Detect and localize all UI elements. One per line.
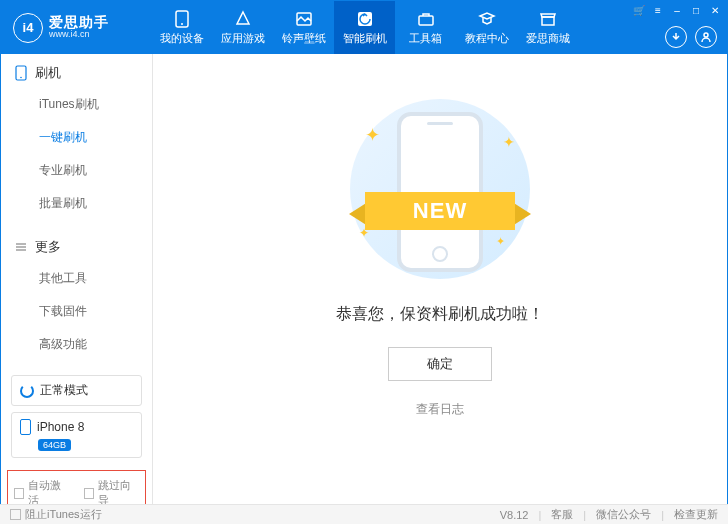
checkbox-icon — [84, 488, 94, 499]
nav-store[interactable]: 爱思商城 — [517, 1, 578, 54]
phone-icon — [15, 65, 27, 81]
logo-area: i4 爱思助手 www.i4.cn — [1, 13, 151, 43]
sidebar-item-other-tools[interactable]: 其他工具 — [1, 262, 152, 295]
logo-icon: i4 — [13, 13, 43, 43]
checkbox-block-itunes[interactable]: 阻止iTunes运行 — [10, 507, 102, 522]
nav-tutorial[interactable]: 教程中心 — [456, 1, 517, 54]
svg-rect-5 — [542, 17, 554, 25]
main-content: ✦ ✦ ✦ ✦ NEW 恭喜您，保资料刷机成功啦！ 确定 查看日志 — [153, 54, 727, 505]
sidebar-item-itunes-flash[interactable]: iTunes刷机 — [1, 88, 152, 121]
device-icon — [173, 10, 191, 28]
checkbox-icon — [10, 509, 21, 520]
nav-label: 爱思商城 — [526, 31, 570, 46]
user-button[interactable] — [695, 26, 717, 48]
star-icon: ✦ — [365, 124, 380, 146]
mode-status[interactable]: 正常模式 — [11, 375, 142, 406]
sidebar: 刷机 iTunes刷机 一键刷机 专业刷机 批量刷机 更多 其他工具 下载固件 … — [1, 54, 153, 505]
window-controls: 🛒 ≡ – □ ✕ — [633, 5, 721, 16]
phone-icon — [20, 419, 31, 435]
check-label: 阻止iTunes运行 — [25, 507, 102, 522]
svg-point-6 — [704, 33, 708, 37]
top-nav: 我的设备 应用游戏 铃声壁纸 智能刷机 工具箱 教程中心 爱思商城 — [151, 1, 578, 54]
footer-link-wechat[interactable]: 微信公众号 — [596, 507, 651, 522]
menu-icon[interactable]: ≡ — [652, 5, 664, 16]
sidebar-item-download-firmware[interactable]: 下载固件 — [1, 295, 152, 328]
nav-label: 铃声壁纸 — [282, 31, 326, 46]
sidebar-section-flash: 刷机 — [1, 54, 152, 88]
device-name: iPhone 8 — [37, 420, 84, 434]
app-url: www.i4.cn — [49, 30, 109, 40]
footer-link-update[interactable]: 检查更新 — [674, 507, 718, 522]
nav-apps[interactable]: 应用游戏 — [212, 1, 273, 54]
sidebar-item-oneclick-flash[interactable]: 一键刷机 — [1, 121, 152, 154]
star-icon: ✦ — [503, 134, 515, 150]
svg-point-8 — [20, 77, 22, 79]
nav-my-device[interactable]: 我的设备 — [151, 1, 212, 54]
nav-label: 工具箱 — [409, 31, 442, 46]
sidebar-section-more: 更多 — [1, 228, 152, 262]
maximize-icon[interactable]: □ — [690, 5, 702, 16]
version-label: V8.12 — [500, 509, 529, 521]
status-bar: 阻止iTunes运行 V8.12 | 客服 | 微信公众号 | 检查更新 — [0, 504, 728, 524]
storage-badge: 64GB — [38, 439, 71, 451]
more-icon — [15, 241, 27, 253]
checkbox-icon — [14, 488, 24, 499]
success-message: 恭喜您，保资料刷机成功啦！ — [336, 304, 544, 325]
download-button[interactable] — [665, 26, 687, 48]
minimize-icon[interactable]: – — [671, 5, 683, 16]
cart-icon[interactable]: 🛒 — [633, 5, 645, 16]
nav-label: 教程中心 — [465, 31, 509, 46]
view-log-link[interactable]: 查看日志 — [416, 401, 464, 418]
close-icon[interactable]: ✕ — [709, 5, 721, 16]
success-illustration: ✦ ✦ ✦ ✦ NEW — [345, 94, 535, 284]
store-icon — [539, 10, 557, 28]
nav-label: 智能刷机 — [343, 31, 387, 46]
svg-rect-4 — [419, 16, 433, 25]
wallpaper-icon — [295, 10, 313, 28]
section-title: 更多 — [35, 238, 61, 256]
toolbox-icon — [417, 10, 435, 28]
nav-label: 应用游戏 — [221, 31, 265, 46]
tutorial-icon — [478, 10, 496, 28]
nav-ringtones[interactable]: 铃声壁纸 — [273, 1, 334, 54]
nav-toolbox[interactable]: 工具箱 — [395, 1, 456, 54]
flash-icon — [356, 10, 374, 28]
svg-point-1 — [181, 23, 183, 25]
new-ribbon: NEW — [345, 186, 535, 240]
spinner-icon — [20, 384, 34, 398]
mode-label: 正常模式 — [40, 382, 88, 399]
sidebar-item-batch-flash[interactable]: 批量刷机 — [1, 187, 152, 220]
sidebar-item-pro-flash[interactable]: 专业刷机 — [1, 154, 152, 187]
nav-flash[interactable]: 智能刷机 — [334, 1, 395, 54]
app-header: i4 爱思助手 www.i4.cn 我的设备 应用游戏 铃声壁纸 智能刷机 工具… — [1, 1, 727, 54]
ribbon-text: NEW — [365, 192, 515, 230]
device-info[interactable]: iPhone 8 64GB — [11, 412, 142, 458]
nav-label: 我的设备 — [160, 31, 204, 46]
ok-button[interactable]: 确定 — [388, 347, 492, 381]
footer-link-support[interactable]: 客服 — [551, 507, 573, 522]
apps-icon — [234, 10, 252, 28]
app-title: 爱思助手 — [49, 15, 109, 30]
sidebar-item-advanced[interactable]: 高级功能 — [1, 328, 152, 361]
section-title: 刷机 — [35, 64, 61, 82]
